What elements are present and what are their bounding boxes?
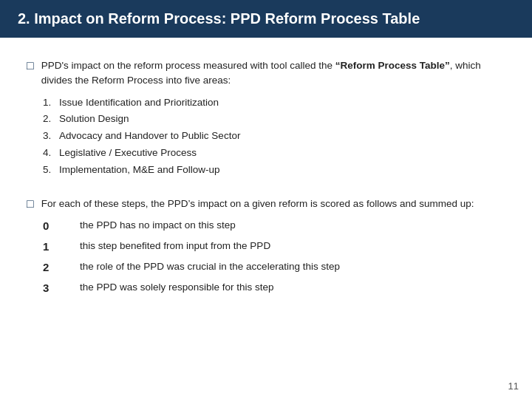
item-num: 2.	[43, 111, 59, 128]
list-item: 5.Implementation, M&E and Follow-up	[43, 162, 505, 179]
list-item: 3.Advocacy and Handover to Public Sector	[43, 128, 505, 145]
score-desc-0: the PPD has no impact on this step	[80, 217, 236, 233]
score-desc-2: the role of the PPD was crucial in the a…	[80, 259, 340, 275]
score-row-1: 1 this step benefited from input from th…	[43, 238, 505, 256]
score-row-3: 3 the PPD was solely responsible for thi…	[43, 279, 505, 297]
slide-title: 2. Impact on Reform Process: PPD Reform …	[18, 10, 420, 27]
score-num-1: 1	[43, 238, 80, 256]
page-number: 11	[508, 381, 519, 392]
section-1-bullet-row: □ PPD's impact on the reform process mea…	[27, 58, 505, 89]
section-1-text: PPD's impact on the reform process measu…	[41, 58, 505, 89]
section-2-bullet-row: □ For each of these steps, the PPD’s imp…	[27, 197, 505, 211]
score-num-2: 2	[43, 259, 80, 276]
list-item: 1.Issue Identification and Prioritizatio…	[43, 95, 505, 112]
score-num-0: 0	[43, 217, 80, 235]
score-row-2: 2 the role of the PPD was crucial in the…	[43, 259, 505, 276]
item-text: Advocacy and Handover to Public Sector	[59, 128, 240, 145]
item-text: Legislative / Executive Process	[59, 145, 197, 162]
item-num: 3.	[43, 128, 59, 145]
item-num: 1.	[43, 95, 59, 112]
section-1: □ PPD's impact on the reform process mea…	[27, 58, 505, 179]
score-list: 0 the PPD has no impact on this step 1 t…	[43, 217, 505, 297]
section-2-text: For each of these steps, the PPD’s impac…	[41, 197, 474, 211]
score-num-3: 3	[43, 279, 80, 297]
section-2: □ For each of these steps, the PPD’s imp…	[27, 197, 505, 297]
section-1-bold: “Reform Process Table”	[335, 60, 450, 71]
bullet-icon-1: □	[27, 59, 34, 72]
slide: 2. Impact on Reform Process: PPD Reform …	[0, 0, 532, 399]
section-1-text-prefix: PPD's impact on the reform process measu…	[41, 60, 335, 71]
bullet-icon-2: □	[27, 197, 34, 211]
score-desc-3: the PPD was solely responsible for this …	[80, 279, 274, 296]
slide-content: □ PPD's impact on the reform process mea…	[0, 38, 532, 330]
item-text: Solution Design	[59, 111, 129, 128]
section-1-list: 1.Issue Identification and Prioritizatio…	[43, 95, 505, 180]
slide-header: 2. Impact on Reform Process: PPD Reform …	[0, 0, 532, 38]
item-num: 4.	[43, 145, 59, 162]
score-desc-1: this step benefited from input from the …	[80, 238, 270, 254]
item-text: Issue Identification and Prioritization	[59, 95, 219, 112]
list-item: 2.Solution Design	[43, 111, 505, 128]
item-num: 5.	[43, 162, 59, 179]
score-row-0: 0 the PPD has no impact on this step	[43, 217, 505, 235]
item-text: Implementation, M&E and Follow-up	[59, 162, 220, 179]
list-item: 4.Legislative / Executive Process	[43, 145, 505, 162]
